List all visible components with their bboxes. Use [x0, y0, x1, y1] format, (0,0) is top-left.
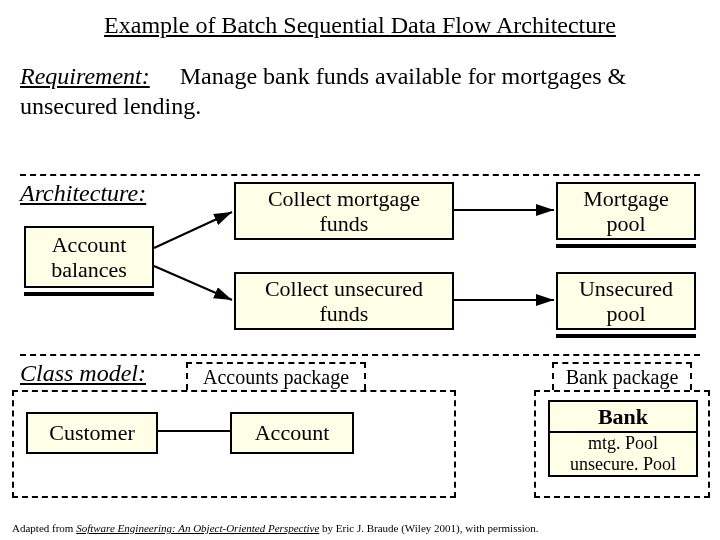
- uml-bank-name: Bank: [550, 402, 696, 433]
- box-account-balances: Account balances: [24, 226, 154, 288]
- association-line: [158, 430, 230, 432]
- uml-bank: Bank mtg. Pool unsecure. Pool: [548, 400, 698, 477]
- box-text: Account balances: [32, 232, 146, 283]
- package-label: Bank package: [566, 366, 679, 388]
- package-label: Accounts package: [203, 366, 349, 388]
- uml-bank-attr1: mtg. Pool: [550, 433, 696, 454]
- requirement-label: Requirement:: [20, 63, 150, 89]
- divider: [20, 174, 700, 176]
- svg-line-0: [154, 212, 232, 248]
- footnote-book: Software Engineering: An Object-Oriented…: [76, 522, 319, 534]
- uml-customer: Customer: [26, 412, 158, 454]
- box-text: Mortgage pool: [564, 186, 688, 237]
- box-text: Collect unsecured funds: [242, 276, 446, 327]
- accounts-package-tab: Accounts package: [186, 362, 366, 390]
- class-model-label: Class model:: [20, 360, 146, 387]
- page-title: Example of Batch Sequential Data Flow Ar…: [0, 0, 720, 39]
- bank-package-tab: Bank package: [552, 362, 692, 390]
- uml-account: Account: [230, 412, 354, 454]
- box-mortgage-pool: Mortgage pool: [556, 182, 696, 240]
- footnote: Adapted from Software Engineering: An Ob…: [12, 522, 539, 534]
- box-unsecured-pool: Unsecured pool: [556, 272, 696, 330]
- underline: [556, 244, 696, 248]
- footnote-suffix: by Eric J. Braude (Wiley 2001), with per…: [319, 522, 538, 534]
- box-collect-unsecured: Collect unsecured funds: [234, 272, 454, 330]
- box-text: Unsecured pool: [564, 276, 688, 327]
- box-text: Collect mortgage funds: [242, 186, 446, 237]
- box-collect-mortgage: Collect mortgage funds: [234, 182, 454, 240]
- requirement-block: Requirement: Manage bank funds available…: [0, 39, 720, 131]
- uml-text: Account: [255, 420, 330, 445]
- architecture-label: Architecture:: [20, 180, 146, 207]
- uml-text: Customer: [49, 420, 135, 445]
- divider: [20, 354, 700, 356]
- underline: [556, 334, 696, 338]
- uml-bank-attr2: unsecure. Pool: [550, 454, 696, 475]
- underline: [24, 292, 154, 296]
- svg-line-1: [154, 266, 232, 300]
- footnote-prefix: Adapted from: [12, 522, 76, 534]
